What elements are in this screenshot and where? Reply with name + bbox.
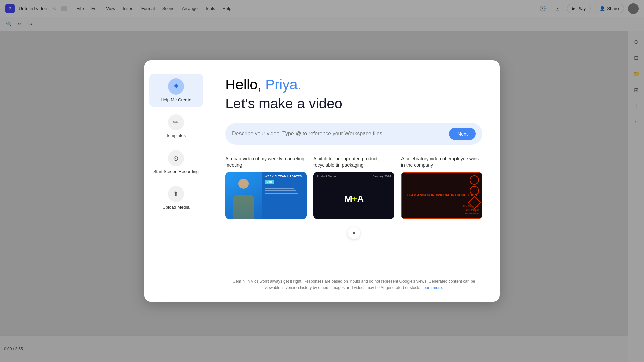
sidebar-item-upload-media[interactable]: ⬆ Upload Media xyxy=(149,181,203,215)
expand-icon-wrapper: ✕ xyxy=(225,227,482,239)
expand-cards-button[interactable]: ✕ xyxy=(348,227,360,239)
suggestion-card-1-thumb: WEEKLY TEAM UPDATES Date xyxy=(225,172,307,219)
card1-left xyxy=(225,172,262,219)
disclaimer-text: Gemini in Vids won't always get it right… xyxy=(225,278,482,291)
suggestion-card-3-text: A celebratory video of employee wins in … xyxy=(401,156,482,169)
card3-circle-1 xyxy=(470,175,479,185)
modal-main-content: Hello, Priya. Let's make a video Next A … xyxy=(208,60,500,302)
help-me-create-label: Help Me Create xyxy=(161,97,191,103)
card2-header: Product Demo January 2024 xyxy=(313,172,394,179)
date-pill: Date xyxy=(265,180,274,184)
suggestion-card-2-text: A pitch for our updated product, recycla… xyxy=(313,156,394,169)
sidebar-item-help-me-create[interactable]: ✦ Help Me Create xyxy=(149,74,203,107)
card3-title: TEAM AND/OR INDIVIDUAL INTRODUCTION xyxy=(407,193,477,197)
upload-media-icon: ⬆ xyxy=(168,186,184,202)
help-me-create-icon: ✦ xyxy=(168,78,184,95)
next-button[interactable]: Next xyxy=(449,128,476,140)
suggestion-card-1-text: A recap video of my weekly marketing mee… xyxy=(225,156,307,169)
screen-recording-icon: ⊙ xyxy=(168,150,184,166)
suggestion-section: A recap video of my weekly marketing mee… xyxy=(225,156,482,270)
suggestion-card-1[interactable]: A recap video of my weekly marketing mee… xyxy=(225,156,307,219)
describe-video-input[interactable] xyxy=(232,131,445,137)
card2-header-right: January 2024 xyxy=(373,175,391,178)
suggestion-cards: A recap video of my weekly marketing mee… xyxy=(225,156,482,219)
greeting-subtitle: Let's make a video xyxy=(225,95,482,112)
suggestion-card-3[interactable]: A celebratory video of employee wins in … xyxy=(401,156,482,219)
card3-names: Alex ThompsonTaylor MorganRachel Hayes xyxy=(463,205,479,216)
greeting-hello-text: Hello, xyxy=(225,77,265,93)
ma-logo: M+A xyxy=(344,194,364,204)
modal-overlay: ✦ Help Me Create ✏ Templates ⊙ Start Scr… xyxy=(0,0,644,362)
learn-more-link[interactable]: Learn more. xyxy=(421,285,443,290)
card2-header-left: Product Demo xyxy=(317,175,336,178)
describe-input-wrapper: Next xyxy=(225,123,482,145)
suggestion-card-3-thumb: TEAM AND/OR INDIVIDUAL INTRODUCTION Alex… xyxy=(401,172,482,219)
card2-body: M+A xyxy=(313,179,394,219)
modal-dialog: ✦ Help Me Create ✏ Templates ⊙ Start Scr… xyxy=(144,60,500,302)
suggestion-card-2[interactable]: A pitch for our updated product, recycla… xyxy=(313,156,394,219)
templates-label: Templates xyxy=(166,133,186,139)
card1-right: WEEKLY TEAM UPDATES Date xyxy=(262,172,307,219)
greeting-name: Priya. xyxy=(265,77,301,93)
greeting-hello: Hello, Priya. xyxy=(225,76,482,93)
card3-circles xyxy=(470,175,479,209)
sidebar-item-templates[interactable]: ✏ Templates xyxy=(149,110,203,143)
screen-recording-label: Start Screen Recording xyxy=(153,169,199,175)
wtu-title: WEEKLY TEAM UPDATES xyxy=(265,175,304,178)
sidebar-item-screen-recording[interactable]: ⊙ Start Screen Recording xyxy=(149,145,203,179)
templates-icon: ✏ xyxy=(168,114,184,130)
card1-lines xyxy=(265,187,304,194)
modal-sidebar: ✦ Help Me Create ✏ Templates ⊙ Start Scr… xyxy=(144,60,208,302)
upload-media-label: Upload Media xyxy=(162,205,189,210)
suggestion-card-2-thumb: Product Demo January 2024 M+A xyxy=(313,172,394,219)
